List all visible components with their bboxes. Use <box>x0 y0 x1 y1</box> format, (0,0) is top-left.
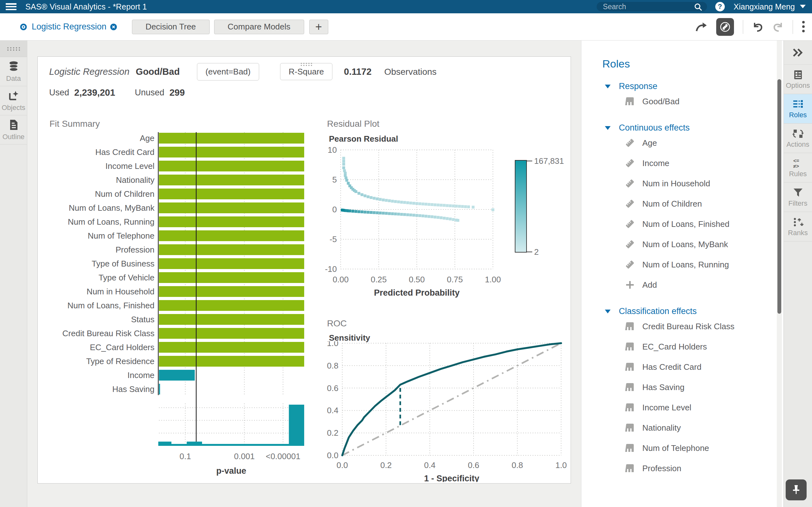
observations-label: Observations <box>384 67 437 77</box>
svg-text:Type of Vehicle: Type of Vehicle <box>99 273 154 282</box>
role-item-ec-card-holders[interactable]: EC_Card Holders <box>602 337 783 357</box>
role-item-good-bad[interactable]: Good/Bad <box>602 91 783 112</box>
fit-stat-drag-handle[interactable] <box>300 62 313 68</box>
search-box[interactable] <box>597 2 707 11</box>
sidebar-item-data[interactable]: Data <box>0 57 27 86</box>
residual-y-axis-title: Pearson Residual <box>329 134 398 144</box>
logistic-regression-object[interactable]: Logistic Regression Good/Bad (event=Bad)… <box>38 56 571 484</box>
role-item-label: Num of Telephone <box>642 443 709 453</box>
more-options-button[interactable] <box>802 20 805 33</box>
user-menu[interactable]: Xiangxiang Meng <box>734 2 806 11</box>
refresh-data-button[interactable] <box>716 18 734 36</box>
svg-text:10: 10 <box>328 146 337 155</box>
svg-text:Num of Loans, Finished: Num of Loans, Finished <box>67 301 154 310</box>
object-header: Logistic Regression Good/Bad (event=Bad)… <box>49 63 437 98</box>
panel-tab-label: Rules <box>789 170 807 178</box>
svg-text:<0.00001: <0.00001 <box>266 452 300 461</box>
roc-chart[interactable]: 0.00.20.40.60.81.00.00.20.40.60.81.01 - … <box>325 341 569 482</box>
role-section-response[interactable]: Response <box>602 81 783 91</box>
category-icon <box>624 361 635 372</box>
double-chevron-right-icon <box>792 49 804 57</box>
unused-label: Unused <box>135 88 164 98</box>
scrollbar-thumb[interactable] <box>777 79 781 314</box>
roles-icon <box>792 99 804 110</box>
add-effect-button[interactable]: Add <box>602 275 783 295</box>
sidebar-item-outline[interactable]: Outline <box>0 115 27 145</box>
role-item-has-credit-card[interactable]: Has Credit Card <box>602 357 783 377</box>
role-section-label: Continuous effects <box>619 123 690 133</box>
category-icon <box>624 422 635 433</box>
measure-icon <box>624 239 635 250</box>
panel-tab-ranks[interactable]: Ranks <box>784 212 812 241</box>
tab-logistic-regression[interactable]: Logistic Regression <box>20 22 117 32</box>
panel-tab-roles[interactable]: Roles <box>784 94 812 124</box>
share-report-button[interactable] <box>695 21 707 32</box>
tab-compare-models[interactable]: Compare Models <box>214 20 304 34</box>
role-section-label: Response <box>619 81 658 91</box>
role-item-num-of-loans-running[interactable]: Num of Loans, Running <box>602 255 783 275</box>
role-item-income[interactable]: Income <box>602 153 783 173</box>
collapse-panel-button[interactable] <box>784 41 812 65</box>
add-page-button[interactable]: + <box>309 20 328 34</box>
residual-plot-title: Residual Plot <box>327 119 379 129</box>
svg-text:≠>: ≠> <box>793 164 799 169</box>
category-icon <box>624 96 635 107</box>
role-section-continuous-effects[interactable]: Continuous effects <box>602 123 783 133</box>
role-item-credit-bureau-risk-class[interactable]: Credit Bureau Risk Class <box>602 316 783 337</box>
menu-icon[interactable] <box>6 3 16 10</box>
svg-text:1 - Specificity: 1 - Specificity <box>424 474 479 482</box>
options-icon <box>792 69 804 80</box>
toolbar-divider <box>793 20 793 34</box>
close-icon[interactable] <box>110 23 117 31</box>
role-item-has-saving[interactable]: Has Saving <box>602 377 783 397</box>
toolbar-divider <box>743 20 743 34</box>
role-item-num-of-children[interactable]: Num of Children <box>602 193 783 214</box>
svg-text:0.6: 0.6 <box>468 460 479 470</box>
role-item-num-of-loans-mybank[interactable]: Num of Loans, MyBank <box>602 234 783 255</box>
redo-icon <box>772 21 784 32</box>
sidebar-item-objects[interactable]: Objects <box>0 86 27 115</box>
event-level-dropdown[interactable]: (event=Bad) <box>197 63 259 80</box>
panel-tab-label: Options <box>786 81 810 90</box>
collapse-triangle-icon <box>605 84 611 89</box>
role-item-nationality[interactable]: Nationality <box>602 418 783 438</box>
role-item-age[interactable]: Age <box>602 133 783 153</box>
search-icon[interactable] <box>694 3 703 11</box>
panel-tab-options[interactable]: Options <box>784 65 812 94</box>
panel-tab-label: Ranks <box>788 229 808 237</box>
category-icon <box>624 443 635 453</box>
role-item-profession[interactable]: Profession <box>602 458 783 478</box>
role-item-label: Nationality <box>642 423 681 433</box>
role-item-label: Age <box>642 138 657 148</box>
category-icon <box>624 341 635 352</box>
role-item-num-in-household[interactable]: Num in Household <box>602 173 783 193</box>
role-item-num-of-telephone[interactable]: Num of Telephone <box>602 438 783 458</box>
fit-summary-chart[interactable]: 0.10.001<0.00001AgeHas Credit CardIncome… <box>49 131 312 477</box>
sidebar-item-label: Objects <box>2 104 26 112</box>
pin-button[interactable] <box>786 480 807 500</box>
user-name: Xiangxiang Meng <box>734 2 795 11</box>
tab-decision-tree[interactable]: Decision Tree <box>132 20 210 34</box>
residual-plot-chart[interactable]: 0.000.250.500.751.001050-5-10167,8312Pre… <box>325 146 566 298</box>
redo-button[interactable] <box>772 21 784 32</box>
svg-text:<=: <= <box>793 158 799 164</box>
help-icon[interactable]: ? <box>715 2 725 11</box>
panel-tab-actions[interactable]: Actions <box>784 124 812 153</box>
role-item-income-level[interactable]: Income Level <box>602 397 783 418</box>
svg-text:0.50: 0.50 <box>409 275 425 284</box>
rail-drag-handle[interactable] <box>0 41 27 57</box>
role-section-classification-effects[interactable]: Classification effects <box>602 306 783 316</box>
role-item-num-of-loans-finished[interactable]: Num of Loans, Finished <box>602 214 783 234</box>
search-input[interactable] <box>597 2 707 11</box>
role-item-label: Num of Loans, Running <box>642 260 729 270</box>
svg-text:Profession: Profession <box>115 245 154 255</box>
panel-tab-rules[interactable]: <=≠>Rules <box>784 153 812 182</box>
svg-text:-5: -5 <box>329 234 337 244</box>
category-icon <box>624 402 635 413</box>
category-icon <box>624 463 635 474</box>
panel-tab-filters[interactable]: Filters <box>784 182 812 212</box>
roles-scrollbar[interactable] <box>777 41 782 507</box>
left-rail: DataObjectsOutline <box>0 41 27 507</box>
undo-button[interactable] <box>752 21 763 32</box>
svg-text:0.0: 0.0 <box>327 451 339 460</box>
